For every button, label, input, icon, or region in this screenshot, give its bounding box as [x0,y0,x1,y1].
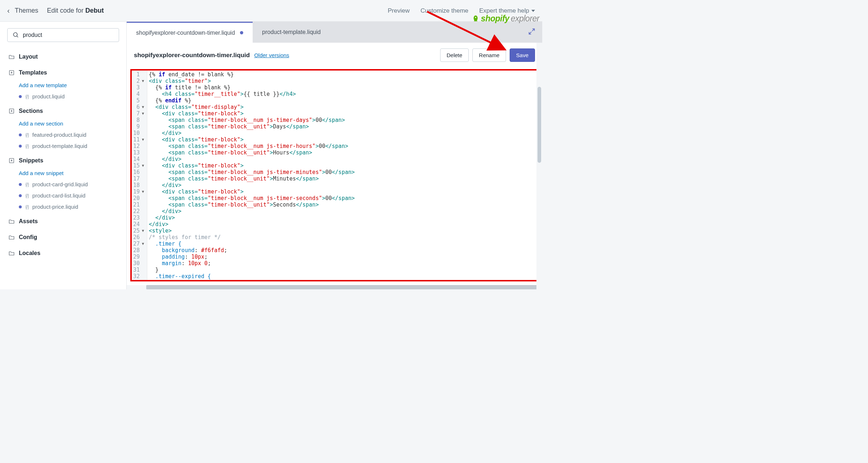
file-item[interactable]: {/}featured-product.liquid [19,129,119,140]
section-header-config[interactable]: Config [7,230,119,244]
modified-dot-icon [240,31,243,34]
code-area[interactable]: {% if end_date != blank %}<div class="ti… [147,71,537,280]
download-folder-icon [9,158,14,163]
add-link[interactable]: Add a new section [19,118,119,129]
section-header-locales[interactable]: Locales [7,246,119,260]
modified-dot-icon [19,145,22,148]
sidebar: LayoutTemplatesAdd a new template{/}prod… [0,22,127,289]
caret-down-icon [531,10,535,12]
watermark: shopifyexplorer [472,14,539,24]
search-box[interactable] [7,28,119,42]
section-header-sections[interactable]: Sections [7,104,119,118]
folder-icon [9,54,14,60]
tab[interactable]: shopifyexplorer-countdown-timer.liquid [127,22,253,43]
main: shopifyexplorer-countdown-timer.liquidpr… [127,22,542,289]
expert-help-dropdown[interactable]: Expert theme help [479,7,535,14]
code-icon: {/} [25,204,29,209]
add-link[interactable]: Add a new template [19,80,119,91]
expand-icon[interactable] [521,27,542,37]
code-icon: {/} [25,143,29,149]
modified-dot-icon [19,205,22,208]
folder-icon [9,250,14,256]
themes-link[interactable]: Themes [15,7,38,14]
modified-dot-icon [19,95,22,98]
tabs: shopifyexplorer-countdown-timer.liquidpr… [127,22,542,43]
gutter: 12▼3456▼7▼891011▼12131415▼16171819▼20212… [132,71,147,280]
file-item[interactable]: {/}product-card-list.liquid [19,190,119,201]
page-title: Edit code for Debut [47,7,104,14]
folder-icon [9,218,14,224]
section-header-templates[interactable]: Templates [7,66,119,80]
editor[interactable]: 12▼3456▼7▼891011▼12131415▼16171819▼20212… [127,68,542,285]
delete-button[interactable]: Delete [440,48,469,62]
folder-icon [9,234,14,240]
save-button[interactable]: Save [510,48,535,62]
modified-dot-icon [19,133,22,136]
rocket-icon [472,15,480,23]
section-header-layout[interactable]: Layout [7,50,119,64]
section-header-snippets[interactable]: Snippets [7,154,119,167]
tab[interactable]: product-template.liquid [253,22,330,43]
vertical-scrollbar[interactable] [536,43,542,289]
scrollbar-thumb[interactable] [538,87,541,163]
code-icon: {/} [25,132,29,137]
rename-button[interactable]: Rename [472,48,506,62]
filename-label: shopifyexplorer-countdown-timer.liquid [134,52,250,59]
add-link[interactable]: Add a new snippet [19,167,119,179]
preview-link[interactable]: Preview [388,7,409,14]
modified-dot-icon [19,183,22,186]
file-item[interactable]: {/}product.liquid [19,91,119,102]
code-icon: {/} [25,94,29,99]
download-folder-icon [9,108,14,114]
file-item[interactable]: {/}product-template.liquid [19,140,119,152]
file-item[interactable]: {/}product-card-grid.liquid [19,179,119,190]
code-icon: {/} [25,193,29,198]
back-chevron-icon[interactable]: ‹ [7,7,10,15]
file-toolbar: shopifyexplorer-countdown-timer.liquid O… [127,43,542,68]
section-header-assets[interactable]: Assets [7,214,119,228]
search-icon [13,32,19,38]
horizontal-scrollbar[interactable] [146,285,537,289]
header: ‹ Themes Edit code for Debut Preview Cus… [0,0,542,22]
file-item[interactable]: {/}product-price.liquid [19,201,119,212]
modified-dot-icon [19,194,22,197]
older-versions-link[interactable]: Older versions [254,52,289,58]
download-folder-icon [9,70,14,76]
code-icon: {/} [25,182,29,187]
search-input[interactable] [23,32,114,38]
customize-theme-link[interactable]: Customize theme [421,7,468,14]
